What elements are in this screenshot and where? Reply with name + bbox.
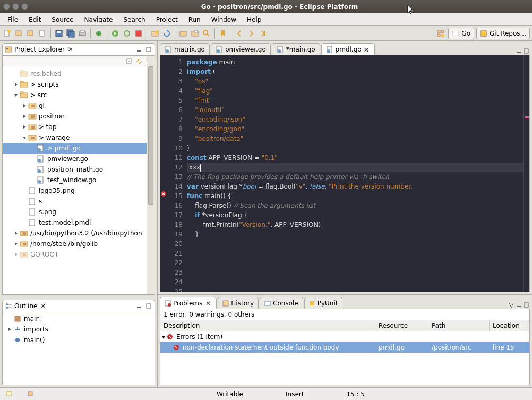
maximize-editor-icon[interactable]	[522, 47, 530, 55]
search-button[interactable]	[201, 28, 212, 39]
tab-problems[interactable]: Problems✕	[160, 297, 217, 309]
svg-rect-67	[147, 304, 151, 308]
tree-item[interactable]: /home/steel/bin/golib	[3, 239, 155, 249]
menu-project[interactable]: Project	[152, 14, 182, 25]
debug-button[interactable]	[93, 28, 104, 39]
run-button[interactable]	[110, 28, 121, 39]
menu-edit[interactable]: Edit	[24, 14, 45, 25]
outline-item[interactable]: main	[3, 313, 155, 324]
perspective-git[interactable]: Git Repos...	[476, 28, 530, 39]
svg-rect-22	[441, 30, 444, 33]
toggle-mark-button[interactable]	[218, 28, 228, 39]
tree-item[interactable]: pmviewer.go	[3, 154, 155, 164]
tree-item[interactable]: positron_math.go	[3, 164, 155, 175]
svg-point-1	[7, 30, 11, 33]
editor-tab[interactable]: pmviewer.go	[211, 43, 271, 55]
editor-tab[interactable]: matrix.go	[160, 43, 210, 55]
svg-point-73	[166, 49, 169, 53]
close-window-button[interactable]	[3, 3, 10, 10]
close-icon[interactable]: ✕	[67, 46, 74, 53]
new-file-button[interactable]	[37, 28, 48, 39]
new-package-button[interactable]	[25, 28, 36, 39]
close-icon[interactable]: ✕	[204, 300, 212, 307]
prev-edit-button[interactable]	[234, 28, 245, 39]
window-titlebar: Go - positron/src/pmdl.go - Eclipse Plat…	[0, 0, 532, 13]
tree-item[interactable]: s.png	[3, 207, 155, 217]
open-type-button[interactable]	[190, 28, 200, 39]
problems-row[interactable]: non-declaration statement outside functi…	[160, 342, 529, 353]
quick-access-icon[interactable]	[25, 389, 36, 399]
tree-item[interactable]: test.model.pmdl	[3, 217, 155, 228]
save-button[interactable]	[54, 28, 64, 39]
outline-item[interactable]: imports	[3, 324, 155, 335]
print-button[interactable]	[77, 28, 88, 39]
svg-rect-4	[40, 30, 44, 36]
project-explorer-tab[interactable]: Project Explorer ✕	[2, 43, 155, 56]
menu-help[interactable]: Help	[243, 14, 265, 25]
link-editor-icon[interactable]	[135, 58, 143, 65]
tree-item[interactable]: GOROOT	[3, 249, 155, 260]
tree-item[interactable]: logo35.png	[3, 185, 155, 196]
tree-item[interactable]: /usr/bin/python3.2 (/usr/bin/python	[3, 228, 155, 239]
save-all-button[interactable]	[65, 28, 76, 39]
maximize-view-icon[interactable]	[522, 301, 530, 309]
new-button[interactable]	[2, 28, 13, 39]
problems-group-row[interactable]: ▾ Errors (1 item)	[160, 331, 529, 342]
perspective-go[interactable]: Go	[448, 28, 474, 39]
window-title: Go - positron/src/pmdl.go - Eclipse Plat…	[30, 3, 529, 11]
external-run-button[interactable]	[133, 28, 144, 39]
outline-view: mainimportsmain()	[2, 312, 155, 385]
menu-window[interactable]: Window	[207, 14, 241, 25]
close-icon[interactable]: ✕	[39, 302, 47, 310]
tree-item[interactable]: res.baked	[3, 69, 155, 79]
editor-tab[interactable]: pmdl.go✕	[321, 43, 375, 55]
minimize-view-icon[interactable]	[135, 46, 143, 53]
code-editor[interactable]: 1234567891011121314151617181920212223242…	[160, 55, 530, 292]
tree-item[interactable]: > tap	[3, 122, 155, 132]
tab-history[interactable]: History	[218, 297, 259, 309]
tree-item[interactable]: s	[3, 196, 155, 207]
debug-run-button[interactable]	[122, 28, 132, 39]
tab-console[interactable]: Console	[260, 297, 303, 309]
maximize-view-icon[interactable]	[145, 302, 152, 310]
refresh-button[interactable]	[161, 28, 172, 39]
tree-item[interactable]: > src	[3, 90, 155, 100]
overview-ruler[interactable]	[523, 55, 529, 292]
close-icon[interactable]: ✕	[364, 46, 370, 53]
tree-item[interactable]: gl	[3, 100, 155, 111]
minimize-window-button[interactable]	[12, 3, 19, 10]
scrollbar-vertical[interactable]	[147, 56, 155, 294]
view-menu-icon[interactable]: ▽	[508, 301, 515, 309]
tree-item[interactable]: > scripts	[3, 79, 155, 90]
minimize-editor-icon[interactable]	[515, 47, 522, 55]
menu-navigate[interactable]: Navigate	[80, 14, 117, 25]
last-edit-button[interactable]	[258, 28, 268, 39]
tree-item[interactable]: test_window.go	[3, 175, 155, 185]
menu-file[interactable]: File	[3, 14, 22, 25]
outline-tab[interactable]: Outline ✕	[2, 300, 155, 312]
menu-source[interactable]: Source	[47, 14, 78, 25]
maximize-view-icon[interactable]	[145, 46, 152, 53]
menubar: File Edit Source Navigate Search Project…	[0, 13, 532, 26]
new-module-button[interactable]	[14, 28, 24, 39]
menu-run[interactable]: Run	[184, 14, 205, 25]
maximize-window-button[interactable]	[21, 3, 28, 10]
menu-search[interactable]: Search	[119, 14, 149, 25]
svg-rect-41	[31, 115, 35, 118]
tree-item[interactable]: positron	[3, 111, 155, 122]
next-edit-button[interactable]	[246, 28, 256, 39]
minimize-view-icon[interactable]	[515, 301, 522, 309]
open-button[interactable]	[178, 28, 188, 39]
tab-pyunit[interactable]: PyUnit	[304, 297, 343, 309]
tree-item[interactable]: > warage	[3, 132, 155, 143]
show-tooltip-icon[interactable]	[4, 389, 15, 399]
svg-rect-19	[194, 30, 198, 33]
collapse-all-icon[interactable]	[126, 58, 133, 65]
minimize-view-icon[interactable]	[135, 302, 143, 310]
tree-item[interactable]: > pmdl.go	[3, 143, 155, 154]
open-perspective-button[interactable]	[435, 28, 446, 39]
outline-item[interactable]: main()	[3, 335, 155, 345]
editor-tab[interactable]: *main.go	[272, 43, 320, 55]
new-project-button[interactable]	[150, 28, 160, 39]
svg-point-47	[38, 148, 41, 151]
